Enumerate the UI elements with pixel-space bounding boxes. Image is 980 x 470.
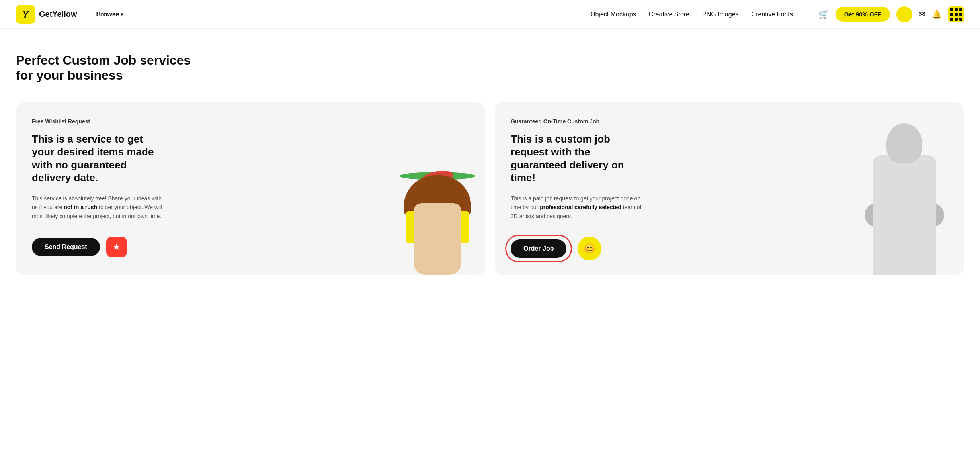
person-head — [886, 123, 922, 163]
card1-desc: This service is absolutely free! Share y… — [32, 194, 167, 221]
nav-png-images[interactable]: PNG Images — [702, 11, 739, 18]
card2-desc: This is a paid job request to get your p… — [511, 194, 646, 221]
cards-row: Free Wishlist Request This is a service … — [16, 102, 964, 275]
nav-object-mockups[interactable]: Object Mockups — [590, 11, 636, 18]
star-button[interactable]: ★ — [106, 237, 127, 257]
hand-shape — [414, 203, 461, 275]
logo-icon: Y — [16, 5, 35, 24]
guaranteed-job-card: Guaranteed On-Time Custom Job This is a … — [495, 102, 964, 275]
page-title: Perfect Custom Job services for your bus… — [16, 53, 215, 83]
nav-creative-store[interactable]: Creative Store — [649, 11, 689, 18]
card2-illustration — [845, 116, 964, 275]
emoji-button[interactable]: 😊 — [578, 237, 601, 260]
free-wishlist-card: Free Wishlist Request This is a service … — [16, 102, 485, 275]
bell-icon[interactable]: 🔔 — [932, 10, 942, 19]
grid-icon[interactable] — [948, 6, 964, 22]
avatar[interactable] — [896, 6, 912, 22]
header: Y GetYellow Browse ▾ Object Mockups Crea… — [0, 0, 980, 29]
chevron-down-icon: ▾ — [121, 12, 123, 17]
person-body — [873, 155, 936, 275]
card1-illustration: GetYellow — [386, 147, 485, 275]
order-job-button[interactable]: Order Job — [511, 239, 566, 258]
main-content: Perfect Custom Job services for your bus… — [0, 29, 980, 291]
cart-icon[interactable]: 🛒 — [818, 9, 829, 20]
browse-nav[interactable]: Browse ▾ — [96, 11, 123, 18]
send-request-button[interactable]: Send Request — [32, 238, 100, 256]
card2-heading: This is a custom job request with the gu… — [511, 133, 646, 184]
person-figure — [857, 123, 952, 275]
card1-heading: This is a service to get your desired it… — [32, 133, 167, 184]
star-icon: ★ — [113, 242, 121, 252]
smile-icon: 😊 — [584, 243, 595, 254]
order-btn-wrap: Order Job — [511, 239, 566, 258]
header-actions: 🛒 Get 90% OFF ✉ 🔔 — [818, 6, 964, 22]
nav-links: Object Mockups Creative Store PNG Images… — [590, 11, 793, 18]
card1-label: Free Wishlist Request — [32, 118, 469, 125]
sandwich-image: GetYellow — [390, 155, 485, 275]
dot-grid-icon — [950, 8, 962, 21]
mail-icon[interactable]: ✉ — [919, 10, 925, 19]
get-off-button[interactable]: Get 90% OFF — [836, 7, 890, 22]
logo-link[interactable]: Y GetYellow — [16, 5, 77, 24]
nav-creative-fonts[interactable]: Creative Fonts — [752, 11, 793, 18]
brand-name: GetYellow — [39, 10, 77, 19]
